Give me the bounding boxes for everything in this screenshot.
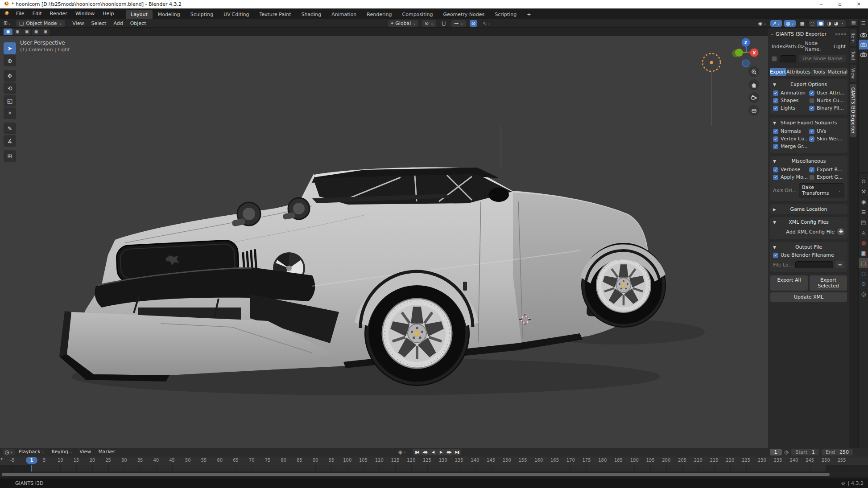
mode-dropdown[interactable]: ▢ Object Mode⌄ <box>16 20 65 27</box>
show-gizmo-toggle[interactable]: ↗⌄ <box>770 20 782 27</box>
viewport-3d[interactable]: User Perspective (1) Collection | Light … <box>0 36 849 448</box>
outliner-editor-icon[interactable]: ☰ <box>860 21 867 26</box>
shape-normals-checkbox[interactable]: ✓Normals <box>773 128 808 134</box>
pan-hand-button[interactable] <box>748 79 759 90</box>
exporter-tab-tools[interactable]: Tools <box>811 68 827 76</box>
timeline-editor-type-button[interactable]: ◷⌄ <box>3 449 15 455</box>
menu-help[interactable]: Help <box>99 8 118 19</box>
misc-export-g--checkbox[interactable]: Export G... <box>809 174 844 180</box>
auto-keying-button[interactable]: ◉⌄ <box>398 449 406 455</box>
output-tab[interactable]: ⊟ <box>859 207 868 217</box>
workspace-tab-modeling[interactable]: Modeling <box>153 10 185 19</box>
export-user-attri--checkbox[interactable]: ✓User Attri... <box>809 90 844 96</box>
section-expand-icon[interactable]: ▼ <box>773 159 779 164</box>
timeline-channel-expander[interactable]: ▸ <box>1 456 3 461</box>
menu-window[interactable]: Window <box>71 8 99 19</box>
object-tab[interactable]: ▢ <box>859 258 868 268</box>
navigation-gizmo[interactable]: Z X <box>732 38 759 67</box>
jump-to-end-button[interactable]: ▶▮ <box>453 449 461 455</box>
node-name-checkbox[interactable] <box>772 56 777 62</box>
workspace-tab-animation[interactable]: Animation <box>327 10 361 19</box>
section-expand-icon[interactable]: ▼ <box>773 82 779 87</box>
frame-start-field[interactable]: Start1 <box>791 449 819 455</box>
viewport-menu-object[interactable]: Object <box>127 19 150 28</box>
copy-icon[interactable]: ▦ <box>851 20 856 25</box>
timeline-menu-playback[interactable]: Playback ⌄ <box>15 447 48 457</box>
use-node-name-button[interactable]: Use Node Name <box>799 55 846 62</box>
shape-skin-wei--checkbox[interactable]: ✓Skin Wei... <box>809 136 844 142</box>
car-model[interactable] <box>59 167 666 386</box>
workspace-tab-rendering[interactable]: Rendering <box>362 10 397 19</box>
shape-merge-gr--checkbox[interactable]: ✓Merge Gr... <box>773 144 808 149</box>
tool-settings-toggle[interactable]: ⊜ <box>859 176 868 186</box>
solid-shading-icon[interactable]: ● <box>817 21 824 26</box>
misc-apply-mo--checkbox[interactable]: ✓Apply Mo... <box>773 174 808 180</box>
camera-object-icon[interactable] <box>859 40 868 49</box>
workspace-tab-texture-paint[interactable]: Texture Paint <box>255 10 296 19</box>
current-frame-field[interactable]: 1 <box>770 449 782 455</box>
add-xml-config-button[interactable]: ✚ <box>837 228 844 235</box>
section-expand-icon[interactable]: ▼ <box>773 245 779 250</box>
scene-tab[interactable]: ◬ <box>859 227 868 238</box>
world-tab[interactable]: ◍ <box>859 238 868 248</box>
timeline-menu-marker[interactable]: Marker <box>95 447 119 457</box>
exporter-tab-export[interactable]: Export <box>770 68 786 76</box>
workspace-tab-geometry-nodes[interactable]: Geometry Nodes <box>438 10 489 19</box>
minimize-icon[interactable]: ─ <box>812 0 831 8</box>
timeline-ruler[interactable]: -551015202530354045505560657075808590951… <box>0 456 868 465</box>
timeline-track[interactable] <box>0 465 868 472</box>
workspace-tab-layout[interactable]: Layout <box>126 10 152 19</box>
editor-type-button[interactable]: ⊞⌄ <box>0 19 14 28</box>
export-all-button[interactable]: Export All <box>770 275 808 291</box>
sidebar-tab-tool[interactable]: Tool <box>850 48 856 63</box>
jump-to-start-button[interactable]: ▮◀ <box>413 449 421 455</box>
tool-tab[interactable]: ⚒ <box>859 186 868 197</box>
visibility-dropdown[interactable]: ◉⌄ <box>756 20 768 27</box>
select-mode-lasso[interactable]: ▣ <box>41 29 50 35</box>
transform-pivot-dropdown[interactable]: ⊘⌄ <box>422 20 436 27</box>
misc-export-r--checkbox[interactable]: ✓Export R... <box>809 167 844 172</box>
wireframe-shading-icon[interactable]: ◌ <box>810 21 815 26</box>
select-mode-tweak[interactable]: ▣ <box>4 29 12 35</box>
file-location-input[interactable] <box>795 261 833 268</box>
next-keyframe-button[interactable]: ◆▶ <box>445 449 453 455</box>
exporter-tab-attributes[interactable]: Attributes <box>786 68 810 76</box>
workspace-tab-compositing[interactable]: Compositing <box>397 10 438 19</box>
exporter-tab-material[interactable]: Material <box>827 68 847 76</box>
physics-tab[interactable]: ◌ <box>859 268 868 279</box>
shape-vertex-co--checkbox[interactable]: ✓Vertex Co... <box>773 136 808 142</box>
timeline-menu-keying[interactable]: Keying ⌄ <box>48 447 76 457</box>
orthographic-toggle-button[interactable] <box>748 105 759 116</box>
workspace-tab--[interactable]: + <box>522 10 536 19</box>
close-icon[interactable]: ✕ <box>849 0 868 8</box>
light-object-gizmo[interactable] <box>703 53 720 71</box>
section-expand-icon[interactable]: ▼ <box>773 220 779 225</box>
menu-file[interactable]: File <box>12 8 28 19</box>
render-tab[interactable]: ◉ <box>859 197 868 207</box>
frame-end-field[interactable]: End250 <box>822 449 853 455</box>
folder-browse-icon[interactable]: ▬ <box>835 261 844 268</box>
shape-uvs-checkbox[interactable]: ✓UVs <box>809 128 844 134</box>
snap-toggle[interactable]: ⋃ <box>440 20 447 27</box>
workspace-tab-uv-editing[interactable]: UV Editing <box>219 10 254 19</box>
viewport-menu-view[interactable]: View <box>69 19 87 28</box>
workspace-tab-scripting[interactable]: Scripting <box>490 10 521 19</box>
axis-orientation-dropdown[interactable]: Bake Transforms⌄ <box>799 183 844 197</box>
falloff-dropdown[interactable]: ∿⌄ <box>481 20 492 27</box>
timeline-menu-view[interactable]: View <box>76 447 95 457</box>
panel-drag-grip[interactable]: ▪▪▪▪ <box>835 32 847 36</box>
sidebar-tab-item[interactable]: Item <box>850 29 856 46</box>
select-mode-circle[interactable]: ▣ <box>32 29 41 35</box>
export-lights-checkbox[interactable]: ✓Lights <box>773 105 808 111</box>
collection-tab[interactable]: ▣ <box>859 248 868 258</box>
show-overlays-toggle[interactable]: ◍⌄ <box>784 20 796 27</box>
export-animation-checkbox[interactable]: ✓Animation <box>773 90 808 96</box>
data-tab[interactable]: ◎ <box>859 289 868 299</box>
blender-menu-icon[interactable] <box>0 8 12 19</box>
select-mode-box-2[interactable]: ▣ <box>22 29 31 35</box>
use-blender-filename-checkbox[interactable]: ✓ Use Blender Filename <box>773 252 834 258</box>
misc-verbose-checkbox[interactable]: ✓Verbose <box>773 167 808 172</box>
camera-object-icon[interactable] <box>859 49 868 59</box>
section-expand-icon[interactable]: ▶ <box>773 207 779 212</box>
current-frame-indicator[interactable]: 1 <box>26 457 37 464</box>
